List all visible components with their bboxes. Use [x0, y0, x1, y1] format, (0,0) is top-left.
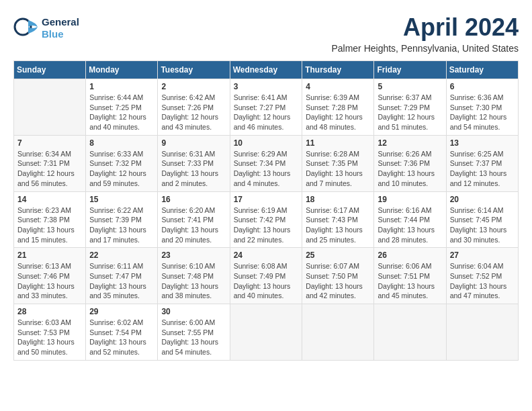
- day-info: Sunrise: 6:23 AMSunset: 7:38 PMDaylight:…: [17, 205, 82, 245]
- day-number: 30: [161, 307, 226, 316]
- day-info: Sunrise: 6:07 AMSunset: 7:50 PMDaylight:…: [306, 261, 370, 301]
- table-row: 8Sunrise: 6:33 AMSunset: 7:32 PMDaylight…: [86, 135, 158, 191]
- day-number: 19: [378, 195, 442, 204]
- header-sunday: Sunday: [14, 61, 86, 79]
- day-number: 18: [306, 195, 370, 204]
- day-number: 12: [378, 138, 442, 148]
- table-row: 10Sunrise: 6:29 AMSunset: 7:34 PMDayligh…: [230, 135, 302, 191]
- table-row: 5Sunrise: 6:37 AMSunset: 7:29 PMDaylight…: [374, 79, 446, 136]
- calendar-week-3: 14Sunrise: 6:23 AMSunset: 7:38 PMDayligh…: [14, 191, 519, 248]
- table-row: 15Sunrise: 6:22 AMSunset: 7:39 PMDayligh…: [86, 191, 158, 248]
- table-row: 27Sunrise: 6:04 AMSunset: 7:52 PMDayligh…: [446, 248, 518, 304]
- table-row: 2Sunrise: 6:42 AMSunset: 7:26 PMDaylight…: [158, 79, 230, 136]
- day-number: 15: [89, 195, 154, 204]
- table-row: 21Sunrise: 6:13 AMSunset: 7:46 PMDayligh…: [14, 248, 86, 304]
- calendar-week-5: 28Sunrise: 6:03 AMSunset: 7:53 PMDayligh…: [14, 304, 519, 361]
- day-number: 7: [17, 138, 82, 148]
- day-number: 3: [234, 82, 299, 91]
- day-info: Sunrise: 6:02 AMSunset: 7:54 PMDaylight:…: [89, 318, 154, 357]
- table-row: 1Sunrise: 6:44 AMSunset: 7:25 PMDaylight…: [86, 79, 158, 136]
- calendar-week-4: 21Sunrise: 6:13 AMSunset: 7:46 PMDayligh…: [14, 248, 519, 304]
- table-row: [374, 304, 446, 361]
- day-number: 23: [161, 250, 226, 260]
- table-row: 20Sunrise: 6:14 AMSunset: 7:45 PMDayligh…: [446, 191, 518, 248]
- day-info: Sunrise: 6:25 AMSunset: 7:37 PMDaylight:…: [450, 149, 515, 189]
- calendar-table: Sunday Monday Tuesday Wednesday Thursday…: [13, 60, 519, 361]
- day-number: 6: [450, 82, 515, 91]
- day-number: 21: [17, 250, 82, 260]
- day-number: 11: [306, 138, 370, 148]
- day-number: 8: [89, 138, 154, 148]
- header-wednesday: Wednesday: [230, 61, 302, 79]
- day-number: 1: [89, 82, 154, 91]
- calendar-week-2: 7Sunrise: 6:34 AMSunset: 7:31 PMDaylight…: [14, 135, 519, 191]
- day-info: Sunrise: 6:28 AMSunset: 7:35 PMDaylight:…: [306, 149, 370, 189]
- table-row: 16Sunrise: 6:20 AMSunset: 7:41 PMDayligh…: [158, 191, 230, 248]
- day-number: 28: [17, 307, 82, 316]
- day-info: Sunrise: 6:19 AMSunset: 7:42 PMDaylight:…: [234, 205, 299, 245]
- table-row: 7Sunrise: 6:34 AMSunset: 7:31 PMDaylight…: [14, 135, 86, 191]
- day-info: Sunrise: 6:41 AMSunset: 7:27 PMDaylight:…: [234, 93, 299, 132]
- logo-icon: [13, 13, 40, 40]
- header-friday: Friday: [374, 61, 446, 79]
- day-number: 22: [89, 250, 154, 260]
- logo-general-text: General: [42, 16, 79, 28]
- table-row: 30Sunrise: 6:00 AMSunset: 7:55 PMDayligh…: [158, 304, 230, 361]
- day-info: Sunrise: 6:37 AMSunset: 7:29 PMDaylight:…: [378, 93, 442, 132]
- day-info: Sunrise: 6:34 AMSunset: 7:31 PMDaylight:…: [17, 149, 82, 189]
- month-title: April 2024: [331, 13, 519, 42]
- day-info: Sunrise: 6:13 AMSunset: 7:46 PMDaylight:…: [17, 261, 82, 301]
- header-monday: Monday: [86, 61, 158, 79]
- calendar-week-1: 1Sunrise: 6:44 AMSunset: 7:25 PMDaylight…: [14, 79, 519, 136]
- table-row: 25Sunrise: 6:07 AMSunset: 7:50 PMDayligh…: [302, 248, 374, 304]
- day-info: Sunrise: 6:14 AMSunset: 7:45 PMDaylight:…: [450, 205, 515, 245]
- day-info: Sunrise: 6:42 AMSunset: 7:26 PMDaylight:…: [161, 93, 226, 132]
- table-row: 11Sunrise: 6:28 AMSunset: 7:35 PMDayligh…: [302, 135, 374, 191]
- day-info: Sunrise: 6:29 AMSunset: 7:34 PMDaylight:…: [234, 149, 299, 189]
- logo: General Blue: [13, 13, 67, 44]
- day-number: 25: [306, 250, 370, 260]
- table-row: 18Sunrise: 6:17 AMSunset: 7:43 PMDayligh…: [302, 191, 374, 248]
- table-row: [14, 79, 86, 136]
- table-row: [230, 304, 302, 361]
- header-tuesday: Tuesday: [158, 61, 230, 79]
- day-info: Sunrise: 6:44 AMSunset: 7:25 PMDaylight:…: [89, 93, 154, 132]
- day-info: Sunrise: 6:33 AMSunset: 7:32 PMDaylight:…: [89, 149, 154, 189]
- day-info: Sunrise: 6:39 AMSunset: 7:28 PMDaylight:…: [306, 93, 370, 132]
- location-text: Palmer Heights, Pennsylvania, United Sta…: [331, 43, 519, 54]
- day-info: Sunrise: 6:11 AMSunset: 7:47 PMDaylight:…: [89, 261, 154, 301]
- title-section: April 2024 Palmer Heights, Pennsylvania,…: [331, 13, 519, 54]
- logo-blue-text: Blue: [42, 28, 79, 40]
- table-row: 3Sunrise: 6:41 AMSunset: 7:27 PMDaylight…: [230, 79, 302, 136]
- table-row: 13Sunrise: 6:25 AMSunset: 7:37 PMDayligh…: [446, 135, 518, 191]
- table-row: 4Sunrise: 6:39 AMSunset: 7:28 PMDaylight…: [302, 79, 374, 136]
- day-info: Sunrise: 6:00 AMSunset: 7:55 PMDaylight:…: [161, 318, 226, 357]
- table-row: 28Sunrise: 6:03 AMSunset: 7:53 PMDayligh…: [14, 304, 86, 361]
- day-info: Sunrise: 6:08 AMSunset: 7:49 PMDaylight:…: [234, 261, 299, 301]
- day-number: 10: [234, 138, 299, 148]
- table-row: 19Sunrise: 6:16 AMSunset: 7:44 PMDayligh…: [374, 191, 446, 248]
- table-row: 22Sunrise: 6:11 AMSunset: 7:47 PMDayligh…: [86, 248, 158, 304]
- day-info: Sunrise: 6:36 AMSunset: 7:30 PMDaylight:…: [450, 93, 515, 132]
- day-number: 9: [161, 138, 226, 148]
- day-number: 17: [234, 195, 299, 204]
- table-row: 14Sunrise: 6:23 AMSunset: 7:38 PMDayligh…: [14, 191, 86, 248]
- table-row: 26Sunrise: 6:06 AMSunset: 7:51 PMDayligh…: [374, 248, 446, 304]
- day-info: Sunrise: 6:03 AMSunset: 7:53 PMDaylight:…: [17, 318, 82, 357]
- table-row: 12Sunrise: 6:26 AMSunset: 7:36 PMDayligh…: [374, 135, 446, 191]
- day-number: 5: [378, 82, 442, 91]
- table-row: 23Sunrise: 6:10 AMSunset: 7:48 PMDayligh…: [158, 248, 230, 304]
- calendar-header-row: Sunday Monday Tuesday Wednesday Thursday…: [14, 61, 519, 79]
- day-number: 2: [161, 82, 226, 91]
- day-info: Sunrise: 6:16 AMSunset: 7:44 PMDaylight:…: [378, 205, 442, 245]
- day-number: 20: [450, 195, 515, 204]
- day-number: 14: [17, 195, 82, 204]
- table-row: 17Sunrise: 6:19 AMSunset: 7:42 PMDayligh…: [230, 191, 302, 248]
- day-number: 26: [378, 250, 442, 260]
- page-header: General Blue April 2024 Palmer Heights, …: [13, 13, 519, 54]
- table-row: 24Sunrise: 6:08 AMSunset: 7:49 PMDayligh…: [230, 248, 302, 304]
- day-info: Sunrise: 6:17 AMSunset: 7:43 PMDaylight:…: [306, 205, 370, 245]
- day-info: Sunrise: 6:31 AMSunset: 7:33 PMDaylight:…: [161, 149, 226, 189]
- day-number: 13: [450, 138, 515, 148]
- header-saturday: Saturday: [446, 61, 518, 79]
